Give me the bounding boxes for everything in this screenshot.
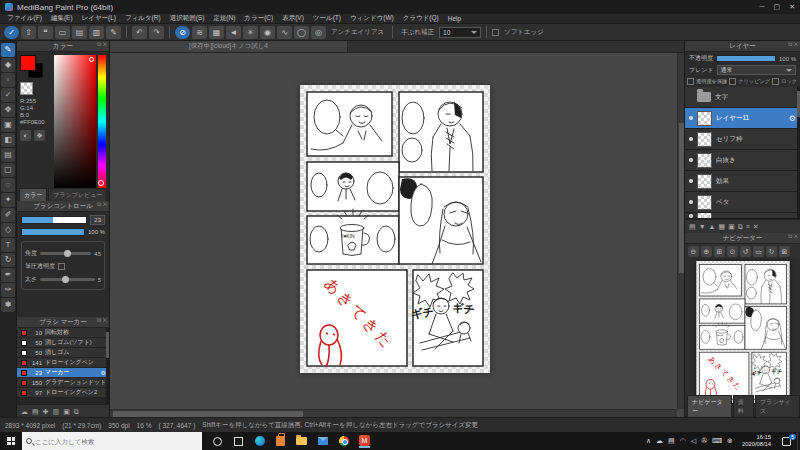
panel-popout-close-icons[interactable]: ⧉ ✕ <box>97 41 107 48</box>
cortana-icon[interactable] <box>212 436 223 447</box>
snap-concentric-icon[interactable]: ◎ <box>311 26 326 39</box>
select-pen-tool-icon[interactable]: ✐ <box>1 208 15 222</box>
gradient-tool-icon[interactable]: ▤ <box>1 148 15 162</box>
rotate-left-icon[interactable]: ↺ <box>740 246 751 257</box>
layer-row-selected[interactable]: レイヤー11 ⚙ <box>685 108 800 129</box>
minimize-button[interactable]: ─ <box>760 3 765 11</box>
taskbar-search[interactable] <box>22 432 202 450</box>
navigator-page-thumbnail[interactable] <box>696 261 790 403</box>
brush-item-selected[interactable]: 23 マーカー ⚙ <box>17 368 109 378</box>
canvas-vertical-scrollbar[interactable] <box>677 53 684 409</box>
eraser-tool-icon[interactable]: ◆ <box>1 58 15 72</box>
menu-layer[interactable]: レイヤー(L) <box>82 14 116 23</box>
task-view-icon[interactable] <box>233 436 244 447</box>
lasso-tool-icon[interactable]: ◌ <box>1 178 15 192</box>
brush-list-scrollbar[interactable] <box>106 328 109 404</box>
lock-checkbox[interactable] <box>772 78 779 85</box>
start-button[interactable] <box>0 432 22 450</box>
tab-navigator[interactable]: ナビゲーター <box>687 395 732 417</box>
brush-folder-icon[interactable]: ▣ <box>63 405 70 418</box>
layer-row[interactable]: 白抜き <box>685 150 800 171</box>
chrome-icon[interactable] <box>338 436 349 447</box>
page-list-icon[interactable]: ▥ <box>89 26 104 39</box>
move-layer-up-icon[interactable]: ▲ <box>709 223 716 230</box>
action-center-button[interactable]: 5 <box>776 432 797 450</box>
saturation-value-picker[interactable] <box>54 55 96 188</box>
protect-alpha-checkbox[interactable] <box>687 78 694 85</box>
add-brush-icon[interactable]: ✚ <box>43 405 49 418</box>
snap-ellipse-icon[interactable]: ◯ <box>294 26 309 39</box>
select-check-tool-icon[interactable]: ✓ <box>1 88 15 102</box>
navigator-thumbnail-area[interactable] <box>685 258 800 405</box>
manga-page-artwork[interactable] <box>300 85 490 373</box>
snap-curve-icon[interactable]: ∿ <box>277 26 292 39</box>
magic-wand-tool-icon[interactable]: ✦ <box>1 193 15 207</box>
select-eraser-tool-icon[interactable]: ◇ <box>1 223 15 237</box>
pressure-opacity-checkbox[interactable] <box>58 263 65 270</box>
tray-link-icon[interactable]: ✇ <box>701 437 707 445</box>
cloud-upload-icon[interactable]: ☁ <box>21 405 28 418</box>
new-layer-icon[interactable]: ▤ <box>689 223 696 231</box>
new-brush-icon[interactable]: ▤ <box>32 405 39 418</box>
layer-visibility-dot[interactable] <box>689 214 693 218</box>
eyedropper-tool-icon[interactable]: ✑ <box>1 283 15 297</box>
duplicate-layer-icon[interactable]: ⧉ <box>738 223 743 231</box>
layer-visibility-empty[interactable] <box>689 95 693 99</box>
blend-mode-select[interactable]: 通常 <box>717 65 796 75</box>
menu-ruler[interactable]: 定規(N) <box>213 14 235 23</box>
layer-row-folder[interactable]: 文字 <box>685 87 800 108</box>
layer-folder-icon[interactable]: ▣ <box>728 223 735 231</box>
rotate-right-icon[interactable]: ↻ <box>766 246 777 257</box>
new-folder-icon[interactable]: ▦ <box>719 223 726 231</box>
fit-screen-icon[interactable]: ▭ <box>753 246 764 257</box>
layer-visibility-dot[interactable] <box>689 200 693 204</box>
brush-item[interactable]: 50 消しゴム(ソフト) <box>17 338 109 348</box>
snap-circle-icon[interactable]: ◉ <box>260 26 275 39</box>
medibang-taskbar-icon[interactable]: M <box>359 435 370 448</box>
menu-edit[interactable]: 編集(E) <box>51 14 73 23</box>
reset-view-icon[interactable]: ⊠ <box>779 246 790 257</box>
edit-page-icon[interactable]: ✎ <box>106 26 121 39</box>
brush-item[interactable]: 150 グラデーションドット <box>17 378 109 388</box>
panel-popout-close-icons[interactable]: ⧉ ✕ <box>788 41 798 48</box>
merge-layer-icon[interactable]: ≡ <box>746 223 750 230</box>
onedrive-cloud-icon[interactable]: ☁ <box>656 437 663 445</box>
snap-grid-icon[interactable]: ▦ <box>209 26 224 39</box>
brush-size-slider[interactable] <box>21 216 87 224</box>
brush-item[interactable]: 50 消しゴム <box>17 348 109 358</box>
export-icon[interactable]: ⇧ <box>21 26 36 39</box>
layer-row[interactable]: 効果 <box>685 171 800 192</box>
antialias-label[interactable]: アンチエイリアス <box>331 28 384 37</box>
duplicate-brush-icon[interactable]: ▥ <box>53 405 60 418</box>
snap-vanishing-point-icon[interactable]: ◄ <box>226 26 241 39</box>
redo-icon[interactable]: ↷ <box>149 26 164 39</box>
menu-view[interactable]: 表示(V) <box>282 14 304 23</box>
layer-row-partial[interactable] <box>685 213 800 219</box>
tab-brush-size[interactable]: ブラシサイズ <box>755 395 800 417</box>
panel-popout-close-icons[interactable]: ⧉ ✕ <box>97 317 107 324</box>
layer-settings-gear-icon[interactable]: ⚙ <box>789 114 796 123</box>
new-layer-below-icon[interactable]: ▼ <box>699 223 706 230</box>
touch-keyboard-icon[interactable]: ⌨ <box>712 437 722 445</box>
menu-filter[interactable]: フィルタ(R) <box>125 14 161 23</box>
menu-cloud[interactable]: クラウド(Q) <box>403 14 439 23</box>
store-icon[interactable] <box>275 436 286 447</box>
snap-off-icon[interactable]: ⊘ <box>175 26 190 39</box>
width-slider[interactable] <box>40 278 95 281</box>
menu-select[interactable]: 選択範囲(S) <box>170 14 205 23</box>
tab-reference[interactable]: 資料 <box>733 395 754 417</box>
tray-close-icon[interactable]: ⊗ <box>727 437 733 445</box>
menu-window[interactable]: ウィンドウ(W) <box>350 14 394 23</box>
dot-tool-icon[interactable]: ▫ <box>1 73 15 87</box>
menu-help[interactable]: Help <box>448 15 461 22</box>
tray-expand-icon[interactable]: ∧ <box>646 437 651 445</box>
maximize-button[interactable]: ▢ <box>774 3 781 11</box>
layer-visibility-dot[interactable] <box>689 179 693 183</box>
snap-parallel-icon[interactable]: ≋ <box>192 26 207 39</box>
snap-radial-icon[interactable]: ✳ <box>243 26 258 39</box>
brush-menu-icon[interactable]: ⧉ <box>74 405 79 418</box>
angle-slider[interactable] <box>40 252 91 255</box>
zoom-actual-icon[interactable]: ⊙ <box>727 246 738 257</box>
undo-icon[interactable]: ↶ <box>132 26 147 39</box>
tab-brush-preview[interactable]: ブラシプレビュー <box>48 188 107 201</box>
